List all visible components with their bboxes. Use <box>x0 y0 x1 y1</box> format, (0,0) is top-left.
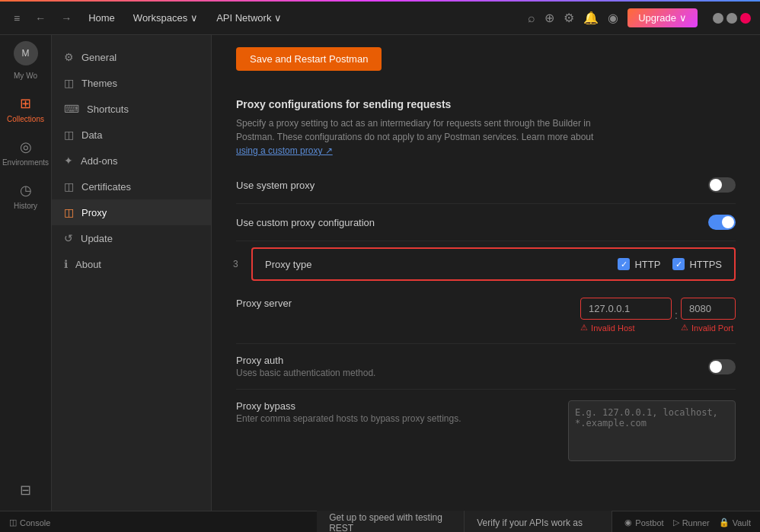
sidebar-item-environments[interactable]: ◎ Environments <box>3 132 49 173</box>
settings-sidebar: ⚙ General ◫ Themes ⌨ Shortcuts ◫ Data ✦ … <box>52 35 212 511</box>
save-btn-area: Save and Restart Postman <box>236 47 736 71</box>
proxy-port-error: ⚠ Invalid Port <box>681 323 736 333</box>
runner-label: Runner <box>682 518 710 527</box>
proxy-bypass-textarea[interactable] <box>568 400 736 461</box>
use-system-proxy-label: Use system proxy <box>236 180 315 191</box>
error-icon-port: ⚠ <box>681 323 688 333</box>
proxy-icon: ◫ <box>64 206 74 218</box>
sidebar-item-workspace[interactable]: ⊟ <box>3 476 49 505</box>
sidebar-item-history[interactable]: ◷ History <box>3 176 49 216</box>
general-icon: ⚙ <box>64 51 74 63</box>
proxy-bypass-desc: Enter comma separated hosts to bypass pr… <box>236 413 461 424</box>
content-area: Save and Restart Postman Proxy configura… <box>212 35 760 511</box>
http-checkbox[interactable] <box>618 258 630 270</box>
proxy-auth-title: Proxy auth <box>236 355 375 366</box>
shortcuts-label: Shortcuts <box>87 104 129 115</box>
home-link[interactable]: Home <box>82 9 121 27</box>
bottom-bar: ◫ Console Get up to speed with testing R… <box>0 511 760 532</box>
sidebar-icons: M My Wo ⊞ Collections ◎ Environments ◷ H… <box>0 35 52 511</box>
proxy-type-section: Proxy type HTTP HTTPS <box>251 247 736 281</box>
runner-icon: ▷ <box>673 518 679 527</box>
proxy-auth-toggle[interactable] <box>708 359 736 374</box>
https-label: HTTPS <box>689 259 722 270</box>
themes-icon: ◫ <box>64 77 74 89</box>
maximize-button[interactable]: □ <box>726 13 737 24</box>
content-scroll: Save and Restart Postman Proxy configura… <box>212 35 760 496</box>
settings-nav-shortcuts[interactable]: ⌨ Shortcuts <box>52 96 211 122</box>
certificates-icon: ◫ <box>64 180 74 193</box>
proxy-auth-desc: Uses basic authentication method. <box>236 368 375 378</box>
custom-proxy-link[interactable]: using a custom proxy ↗ <box>236 145 333 156</box>
proxy-host-input[interactable] <box>580 298 672 320</box>
settings-nav-about[interactable]: ℹ About <box>52 251 211 277</box>
https-option: HTTPS <box>672 258 722 270</box>
save-restart-button[interactable]: Save and Restart Postman <box>236 47 382 71</box>
proxy-port-input[interactable] <box>681 298 736 320</box>
data-label: Data <box>81 129 102 141</box>
vault-icon: 🔒 <box>719 518 730 527</box>
search-button[interactable]: ⌕ <box>528 11 535 25</box>
console-item[interactable]: ◫ Console <box>9 518 50 527</box>
api-chevron: ∨ <box>274 12 282 24</box>
proxy-bypass-section: Proxy bypass Enter comma separated hosts… <box>236 390 736 472</box>
update-icon: ↺ <box>64 232 73 244</box>
workspaces-link[interactable]: Workspaces ∨ <box>127 9 204 27</box>
step-number: 3 <box>233 259 238 269</box>
sidebar-item-collections[interactable]: ⊞ Collections <box>3 89 49 129</box>
settings-button[interactable]: ⚙ <box>564 11 574 25</box>
postbot-icon: ◉ <box>624 518 632 527</box>
proxy-type-wrapper: 3 Proxy type HTTP HTTPS <box>251 247 736 281</box>
proxy-auth-info: Proxy auth Uses basic authentication met… <box>236 355 375 378</box>
workspace-label: My Wo <box>14 72 37 80</box>
notifications-button[interactable]: 🔔 <box>583 11 599 25</box>
history-label: History <box>14 202 37 210</box>
https-checkbox[interactable] <box>672 258 685 270</box>
workspace-icon: ⊟ <box>20 482 31 499</box>
use-custom-proxy-toggle[interactable] <box>708 215 736 230</box>
upgrade-button[interactable]: Upgrade ∨ <box>627 8 698 27</box>
settings-nav-general[interactable]: ⚙ General <box>52 44 211 70</box>
proxy-auth-section: Proxy auth Uses basic authentication met… <box>236 344 736 390</box>
avatar-initials: M <box>22 48 30 59</box>
settings-nav-certificates[interactable]: ◫ Certificates <box>52 174 211 199</box>
runner-item[interactable]: ▷ Runner <box>673 518 710 527</box>
back-button[interactable]: ← <box>30 9 50 27</box>
settings-nav-themes[interactable]: ◫ Themes <box>52 70 211 96</box>
collections-icon: ⊞ <box>20 95 31 112</box>
minimize-button[interactable]: — <box>713 13 723 24</box>
proxy-bypass-row: Proxy bypass Enter comma separated hosts… <box>236 400 736 461</box>
proxy-inputs-row: ⚠ Invalid Host : ⚠ Invalid Port <box>580 298 736 333</box>
settings-nav-data[interactable]: ◫ Data <box>52 122 211 148</box>
menu-button[interactable]: ≡ <box>9 9 24 27</box>
settings-nav-proxy[interactable]: ◫ Proxy <box>52 199 211 225</box>
use-system-proxy-toggle[interactable] <box>708 177 736 193</box>
workspace-avatar[interactable]: M <box>14 41 38 65</box>
proxy-bypass-info: Proxy bypass Enter comma separated hosts… <box>236 400 461 424</box>
about-icon: ℹ <box>64 258 68 270</box>
proxy-host-group: ⚠ Invalid Host <box>580 298 672 333</box>
vault-item[interactable]: 🔒 Vault <box>719 518 751 527</box>
collections-label: Collections <box>7 115 44 123</box>
general-label: General <box>81 52 117 63</box>
certificates-label: Certificates <box>81 181 131 193</box>
proxy-port-group: ⚠ Invalid Port <box>681 298 736 333</box>
close-button[interactable]: ✕ <box>740 13 751 24</box>
forward-button[interactable]: → <box>56 9 76 27</box>
http-option: HTTP <box>618 258 660 270</box>
proxy-config-desc: Specify a proxy setting to act as an int… <box>236 116 736 158</box>
add-user-button[interactable]: ⊕ <box>544 11 554 25</box>
robot-button[interactable]: ◉ <box>608 11 618 25</box>
use-custom-proxy-label: Use custom proxy configuration <box>236 217 375 228</box>
data-icon: ◫ <box>64 129 74 141</box>
proxy-bypass-title: Proxy bypass <box>236 400 461 412</box>
main-layout: M My Wo ⊞ Collections ◎ Environments ◷ H… <box>0 35 760 511</box>
window-controls: — □ ✕ <box>713 13 751 24</box>
titlebar: ≡ ← → Home Workspaces ∨ API Network ∨ ⌕ … <box>0 2 760 35</box>
environments-label: Environments <box>2 158 49 167</box>
settings-nav-addons[interactable]: ✦ Add-ons <box>52 148 211 174</box>
proxy-auth-row: Proxy auth Uses basic authentication met… <box>236 355 736 378</box>
settings-nav-update[interactable]: ↺ Update <box>52 225 211 251</box>
api-network-link[interactable]: API Network ∨ <box>210 9 288 27</box>
environments-icon: ◎ <box>20 139 32 155</box>
postbot-item[interactable]: ◉ Postbot <box>624 518 663 527</box>
